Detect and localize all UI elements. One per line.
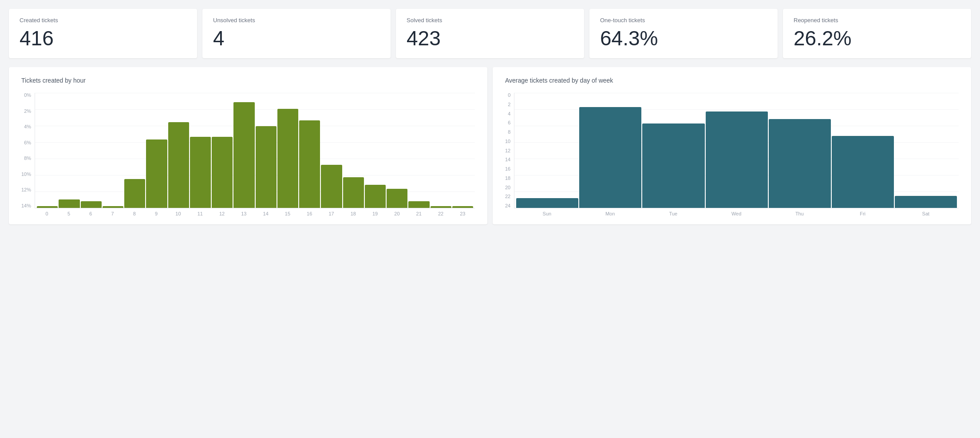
x-axis-label: Sat: [895, 211, 957, 216]
bar-col: [277, 109, 298, 208]
charts-row: Tickets created by hour 14%12%10%8%6%4%2…: [9, 67, 971, 224]
bar-col: [516, 198, 578, 208]
bar: [579, 107, 641, 208]
x-axis-label: 22: [430, 211, 451, 216]
kpi-card-4: Reopened tickets 26.2%: [783, 9, 971, 58]
bar-col: [146, 139, 167, 208]
bar-col: [37, 206, 58, 208]
week-chart-y-axis: 242220181614121086420: [505, 93, 510, 208]
bar-col: [299, 120, 320, 208]
kpi-value-4: 26.2%: [794, 28, 960, 48]
y-axis-label: 6%: [21, 140, 31, 145]
bar-col: [895, 196, 957, 208]
week-chart-card: Average tickets created by day of week 2…: [493, 67, 971, 224]
y-axis-label: 2%: [21, 109, 31, 114]
y-axis-label: 8: [505, 130, 510, 135]
week-bars-inner: [514, 93, 959, 208]
bar-col: [452, 206, 473, 208]
bar: [408, 201, 429, 208]
kpi-value-0: 416: [20, 28, 186, 48]
x-axis-label: 11: [190, 211, 210, 216]
kpi-value-3: 64.3%: [600, 28, 767, 48]
y-axis-label: 18: [505, 176, 510, 181]
y-axis-label: 4%: [21, 124, 31, 129]
y-axis-label: 12%: [21, 187, 31, 192]
x-axis-label: 9: [146, 211, 167, 216]
bar-col: [579, 107, 641, 208]
bar: [256, 126, 277, 208]
x-axis-label: 21: [408, 211, 429, 216]
x-axis-label: 10: [168, 211, 189, 216]
hour-chart-y-axis: 14%12%10%8%6%4%2%0%: [21, 93, 31, 208]
bar: [299, 120, 320, 208]
bar: [343, 177, 364, 208]
x-axis-label: Thu: [768, 211, 830, 216]
hour-bars-inner: [35, 93, 475, 208]
kpi-label-2: Solved tickets: [407, 17, 573, 24]
bar-col: [431, 206, 451, 208]
week-chart-wrapper: 242220181614121086420 SunMonTueWedThuFri…: [505, 93, 959, 216]
kpi-card-3: One-touch tickets 64.3%: [589, 9, 778, 58]
x-axis-label: 15: [277, 211, 298, 216]
y-axis-label: 10: [505, 139, 510, 144]
bar-col: [321, 165, 342, 208]
y-axis-label: 14: [505, 157, 510, 162]
x-axis-label: 16: [299, 211, 320, 216]
y-axis-label: 0: [505, 93, 510, 98]
x-axis-label: 0: [36, 211, 57, 216]
x-axis-label: Fri: [832, 211, 894, 216]
y-axis-label: 4: [505, 111, 510, 116]
bar-col: [387, 189, 407, 208]
bar: [516, 198, 578, 208]
x-axis-label: 12: [211, 211, 232, 216]
x-axis-label: 19: [364, 211, 385, 216]
hour-chart-title: Tickets created by hour: [21, 77, 475, 84]
bar: [277, 109, 298, 208]
bar: [103, 206, 123, 208]
bar-col: [769, 119, 831, 208]
x-axis-label: Tue: [642, 211, 704, 216]
x-axis-label: Mon: [579, 211, 641, 216]
bar-col: [343, 177, 364, 208]
x-axis-label: 23: [452, 211, 473, 216]
bar: [321, 165, 342, 208]
week-chart-x-labels: SunMonTueWedThuFriSat: [514, 211, 959, 216]
bar: [365, 185, 386, 208]
y-axis-label: 20: [505, 185, 510, 190]
bar: [81, 201, 102, 208]
x-axis-label: 18: [343, 211, 364, 216]
bar-col: [124, 179, 145, 208]
kpi-label-0: Created tickets: [20, 17, 186, 24]
bar-col: [233, 102, 254, 208]
week-chart-title: Average tickets created by day of week: [505, 77, 959, 84]
bar-col: [168, 122, 189, 208]
y-axis-label: 24: [505, 203, 510, 208]
hour-chart-wrapper: 14%12%10%8%6%4%2%0% 05678910111213141516…: [21, 93, 475, 216]
bar: [59, 199, 79, 208]
y-axis-label: 2: [505, 102, 510, 107]
x-axis-label: 8: [124, 211, 145, 216]
y-axis-label: 6: [505, 120, 510, 125]
kpi-value-2: 423: [407, 28, 573, 48]
dashboard: Created tickets 416 Unsolved tickets 4 S…: [9, 9, 971, 224]
x-axis-label: 20: [387, 211, 407, 216]
y-axis-label: 0%: [21, 93, 31, 98]
bar-col: [103, 206, 123, 208]
bar-col: [190, 137, 211, 208]
bar-col: [256, 126, 277, 208]
bar-col: [212, 137, 233, 208]
bar: [233, 102, 254, 208]
bar-col: [81, 201, 102, 208]
hour-chart-x-labels: 0567891011121314151617181920212223: [35, 211, 475, 216]
week-chart-bars-area: SunMonTueWedThuFriSat: [514, 93, 959, 216]
y-axis-label: 10%: [21, 172, 31, 177]
bar: [769, 119, 831, 208]
kpi-label-3: One-touch tickets: [600, 17, 767, 24]
y-axis-label: 8%: [21, 156, 31, 161]
bar-col: [365, 185, 386, 208]
bar: [146, 139, 167, 208]
y-axis-label: 16: [505, 167, 510, 171]
bar: [895, 196, 957, 208]
y-axis-label: 14%: [21, 203, 31, 208]
x-axis-label: 14: [255, 211, 276, 216]
